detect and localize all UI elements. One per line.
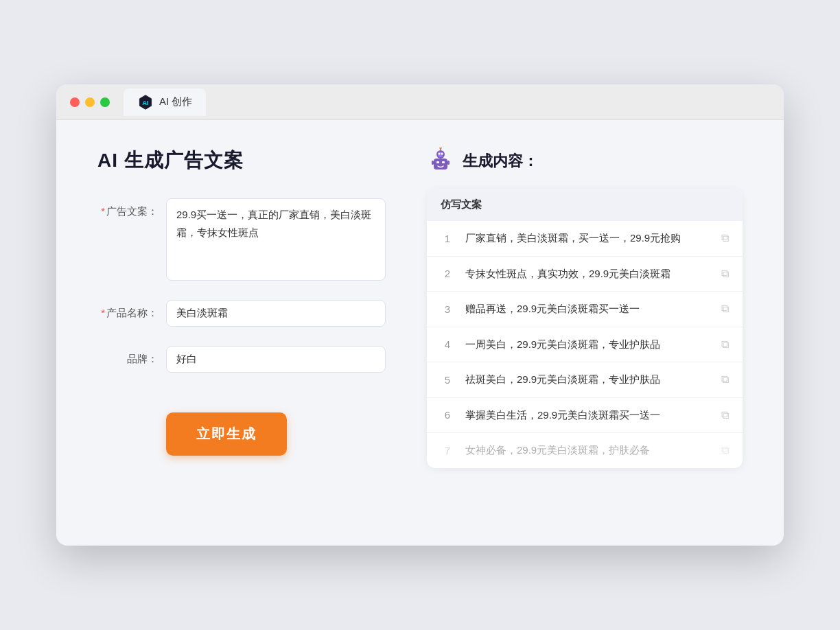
- copy-icon[interactable]: ⧉: [721, 268, 729, 280]
- copy-icon[interactable]: ⧉: [721, 373, 729, 386]
- left-panel: AI 生成广告文案 *广告文案： *产品名称： 品牌： 立即生成: [97, 148, 386, 518]
- copy-icon[interactable]: ⧉: [721, 303, 729, 315]
- svg-text:AI: AI: [142, 99, 148, 106]
- browser-window: AI AI 创作 AI 生成广告文案 *广告文案： *产品名称：: [56, 84, 784, 546]
- table-row: 1厂家直销，美白淡斑霜，买一送一，29.9元抢购⧉: [427, 221, 743, 257]
- generate-button[interactable]: 立即生成: [166, 412, 287, 456]
- copy-icon[interactable]: ⧉: [721, 232, 729, 244]
- copy-icon[interactable]: ⧉: [721, 338, 729, 351]
- form-group-brand: 品牌：: [97, 346, 386, 373]
- table-row: 3赠品再送，29.9元美白淡斑霜买一送一⧉: [427, 292, 743, 327]
- traffic-lights: [70, 97, 110, 107]
- row-number: 1: [441, 233, 454, 244]
- row-number: 6: [441, 409, 454, 421]
- row-number: 7: [441, 445, 454, 456]
- ad-copy-textarea[interactable]: [166, 198, 386, 281]
- product-name-input[interactable]: [166, 300, 386, 327]
- table-row: 2专抹女性斑点，真实功效，29.9元美白淡斑霜⧉: [427, 257, 743, 292]
- copy-icon[interactable]: ⧉: [721, 409, 729, 421]
- row-number: 4: [441, 338, 454, 350]
- copy-icon[interactable]: ⧉: [721, 444, 729, 456]
- row-text: 掌握美白生活，29.9元美白淡斑霜买一送一: [465, 408, 710, 423]
- browser-content: AI 生成广告文案 *广告文案： *产品名称： 品牌： 立即生成: [56, 120, 784, 546]
- svg-point-5: [441, 153, 443, 155]
- traffic-light-red[interactable]: [70, 97, 80, 107]
- traffic-light-yellow[interactable]: [85, 97, 95, 107]
- result-header: 生成内容：: [427, 148, 743, 175]
- row-number: 2: [441, 268, 454, 279]
- page-title: AI 生成广告文案: [97, 148, 386, 174]
- product-name-label: *产品名称：: [97, 300, 166, 320]
- traffic-light-green[interactable]: [100, 97, 110, 107]
- row-number: 5: [441, 374, 454, 386]
- required-star: *: [101, 205, 105, 217]
- required-star-2: *: [101, 307, 105, 318]
- robot-icon: [427, 148, 454, 175]
- row-text: 专抹女性斑点，真实功效，29.9元美白淡斑霜: [465, 266, 710, 282]
- svg-rect-9: [432, 161, 434, 165]
- row-text: 一周美白，29.9元美白淡斑霜，专业护肤品: [465, 337, 710, 353]
- svg-point-4: [439, 153, 441, 155]
- ad-copy-label: *广告文案：: [97, 198, 166, 218]
- brand-label: 品牌：: [97, 346, 166, 366]
- titlebar: AI AI 创作: [56, 84, 784, 120]
- row-text: 女神必备，29.9元美白淡斑霜，护肤必备: [465, 443, 710, 458]
- table-row: 7女神必备，29.9元美白淡斑霜，护肤必备⧉: [427, 433, 743, 468]
- results-container: 1厂家直销，美白淡斑霜，买一送一，29.9元抢购⧉2专抹女性斑点，真实功效，29…: [427, 221, 743, 468]
- ai-tab-icon: AI: [137, 94, 154, 110]
- form-group-product-name: *产品名称：: [97, 300, 386, 327]
- row-text: 祛斑美白，29.9元美白淡斑霜，专业护肤品: [465, 372, 710, 388]
- svg-rect-7: [436, 161, 439, 163]
- svg-point-12: [439, 148, 442, 149]
- row-number: 3: [441, 303, 454, 315]
- table-header: 仿写文案: [427, 189, 743, 221]
- brand-input[interactable]: [166, 346, 386, 373]
- tab-label: AI 创作: [159, 95, 192, 108]
- table-row: 4一周美白，29.9元美白淡斑霜，专业护肤品⧉: [427, 327, 743, 363]
- row-text: 赠品再送，29.9元美白淡斑霜买一送一: [465, 301, 710, 317]
- form-group-ad-copy: *广告文案：: [97, 198, 386, 281]
- table-row: 6掌握美白生活，29.9元美白淡斑霜买一送一⧉: [427, 398, 743, 434]
- svg-rect-10: [447, 161, 450, 165]
- svg-rect-8: [442, 161, 445, 163]
- row-text: 厂家直销，美白淡斑霜，买一送一，29.9元抢购: [465, 231, 710, 246]
- svg-rect-6: [434, 159, 447, 170]
- table-row: 5祛斑美白，29.9元美白淡斑霜，专业护肤品⧉: [427, 362, 743, 398]
- right-panel: 生成内容： 仿写文案 1厂家直销，美白淡斑霜，买一送一，29.9元抢购⧉2专抹女…: [427, 148, 743, 518]
- browser-tab[interactable]: AI AI 创作: [124, 89, 206, 116]
- result-title: 生成内容：: [463, 151, 538, 172]
- result-table: 仿写文案 1厂家直销，美白淡斑霜，买一送一，29.9元抢购⧉2专抹女性斑点，真实…: [427, 189, 743, 468]
